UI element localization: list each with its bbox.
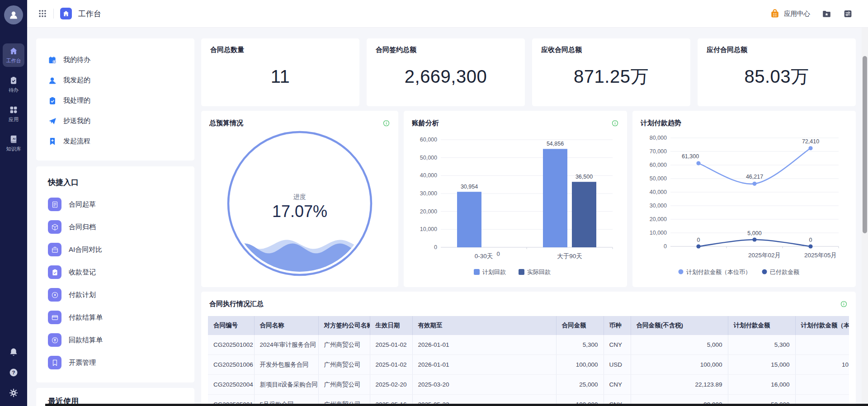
avatar[interactable] bbox=[4, 5, 23, 24]
home-icon bbox=[9, 47, 18, 56]
shortcut-收款登记[interactable]: 收款登记 bbox=[36, 261, 194, 283]
rail-item-label: 工作台 bbox=[6, 57, 21, 64]
svg-text:0: 0 bbox=[664, 243, 667, 250]
menu-item-label: 抄送我的 bbox=[63, 117, 90, 125]
table-cell: 10 bbox=[795, 355, 849, 375]
svg-text:70,000: 70,000 bbox=[650, 148, 667, 155]
table-cell: 广州商贸公司 bbox=[318, 355, 370, 375]
column-header-合同名称: 合同名称 bbox=[254, 316, 318, 335]
clipboard-check-icon bbox=[9, 76, 18, 85]
table-cell: 新项目it设备采购合同 bbox=[254, 375, 318, 395]
shortcut-合同归档[interactable]: 合同归档 bbox=[36, 216, 194, 238]
table-cell: 5,300 bbox=[728, 335, 795, 355]
vertical-scrollbar-track[interactable] bbox=[862, 27, 868, 406]
app-grid-icon[interactable] bbox=[38, 9, 47, 18]
table-cell: 2024年审计服务合同 bbox=[254, 335, 318, 355]
menu-item-发起流程[interactable]: 发起流程 bbox=[36, 131, 194, 151]
notifications-bell-icon[interactable] bbox=[9, 347, 19, 357]
shortcut-合同起草[interactable]: 合同起草 bbox=[36, 193, 194, 216]
rail-nav: 工作台 待办 应用AI 知识库 bbox=[3, 43, 24, 155]
info-icon[interactable] bbox=[382, 119, 390, 127]
app-center-button[interactable]: 应用中心 bbox=[769, 8, 810, 19]
workbench-home-icon bbox=[60, 8, 72, 19]
column-header-计划付款金额（本位: 计划付款金额（本位 bbox=[795, 316, 849, 335]
svg-text:60,000: 60,000 bbox=[650, 162, 667, 168]
stat-card-应收合同总额: 应收合同总额 871.25万 bbox=[532, 38, 690, 106]
shortcut-label: 开票管理 bbox=[69, 359, 96, 367]
svg-text:AI: AI bbox=[13, 137, 16, 140]
svg-text:0: 0 bbox=[434, 244, 437, 250]
svg-text:0: 0 bbox=[697, 237, 700, 243]
rail-item-待办[interactable]: 待办 bbox=[3, 73, 24, 96]
briefcase-icon bbox=[48, 243, 61, 256]
preferences-sliders-icon[interactable] bbox=[843, 9, 853, 19]
aging-analysis-card: 账龄分析 010,00020,00030,00040,00050,00060,0… bbox=[404, 111, 627, 287]
help-icon[interactable]: ? bbox=[9, 368, 19, 378]
menu-item-label: 发起流程 bbox=[63, 137, 90, 146]
menu-item-我处理的[interactable]: 我处理的 bbox=[36, 90, 194, 111]
box-icon bbox=[48, 220, 61, 234]
svg-text:36,500: 36,500 bbox=[576, 174, 593, 180]
svg-text:50,000: 50,000 bbox=[650, 175, 667, 182]
shortcut-开票管理[interactable]: 开票管理 bbox=[36, 351, 194, 374]
table-cell bbox=[795, 375, 849, 395]
horizontal-scrollbar[interactable] bbox=[45, 404, 868, 406]
shortcut-label: 合同起草 bbox=[69, 200, 96, 209]
svg-text:?: ? bbox=[12, 370, 15, 375]
divider bbox=[53, 9, 54, 19]
stat-card-应付合同总额: 应付合同总额 85.03万 bbox=[698, 38, 856, 106]
left-nav-rail: 工作台 待办 应用AI 知识库 ? bbox=[0, 0, 27, 406]
shortcut-回款结算单[interactable]: 回款结算单 bbox=[36, 329, 194, 351]
stat-label: 应付合同总额 bbox=[707, 46, 847, 54]
table-cell: 25,000 bbox=[556, 375, 604, 395]
shortcut-AI合同对比[interactable]: AI合同对比 bbox=[36, 238, 194, 261]
svg-text:61,300: 61,300 bbox=[682, 153, 699, 160]
bookmark-plus-icon bbox=[48, 137, 57, 146]
svg-text:大于90天: 大于90天 bbox=[557, 253, 582, 260]
svg-text:20,000: 20,000 bbox=[650, 216, 667, 222]
app-center-label: 应用中心 bbox=[784, 9, 810, 18]
favorites-folder-icon[interactable] bbox=[822, 9, 831, 19]
table-cell: 5,300 bbox=[556, 335, 604, 355]
shortcut-label: AI合同对比 bbox=[69, 245, 102, 254]
rail-item-应用[interactable]: 应用 bbox=[3, 102, 24, 126]
rail-item-知识库[interactable]: AI 知识库 bbox=[3, 132, 24, 155]
shortcut-付款结算单[interactable]: 付款结算单 bbox=[36, 306, 194, 329]
table-cell: 100,000 bbox=[631, 355, 728, 375]
settings-gear-icon[interactable] bbox=[9, 388, 19, 398]
shortcut-label: 回款结算单 bbox=[69, 336, 103, 345]
svg-text:实际回款: 实际回款 bbox=[527, 269, 551, 275]
shortcut-label: 收款登记 bbox=[69, 268, 96, 277]
table-row[interactable]: CG202501006开发外包服务合同广州商贸公司2025-01-022026-… bbox=[208, 355, 849, 375]
table-row[interactable]: CG202502004新项目it设备采购合同广州商贸公司2025-02-2020… bbox=[208, 375, 849, 395]
info-icon[interactable] bbox=[840, 300, 848, 308]
svg-text:计划付款金额（本位币）: 计划付款金额（本位币） bbox=[686, 269, 751, 275]
table-cell: 开发外包服务合同 bbox=[254, 355, 318, 375]
stat-label: 合同总数量 bbox=[210, 46, 350, 54]
column-header-计划付款金额: 计划付款金额 bbox=[728, 316, 795, 335]
vertical-scrollbar-thumb[interactable] bbox=[863, 56, 867, 233]
rail-item-工作台[interactable]: 工作台 bbox=[3, 43, 24, 67]
svg-text:5,000: 5,000 bbox=[747, 230, 761, 236]
menu-item-我发起的[interactable]: 我发起的 bbox=[36, 70, 194, 90]
table-cell: 16,000 bbox=[728, 375, 795, 395]
info-icon[interactable] bbox=[611, 119, 619, 127]
stats-row: 合同总数量 11合同签约总额 2,669,300应收合同总额 871.25万应付… bbox=[201, 38, 856, 106]
shortcut-付款计划[interactable]: ¥ 付款计划 bbox=[36, 283, 194, 306]
menu-item-抄送我的[interactable]: 抄送我的 bbox=[36, 111, 194, 131]
menu-item-label: 我发起的 bbox=[63, 76, 90, 85]
payment-trend-title: 计划付款趋势 bbox=[641, 119, 681, 127]
table-row[interactable]: CG2025010022024年审计服务合同广州商贸公司2025-01-0220… bbox=[208, 335, 849, 355]
table-cell: 2025-01-02 bbox=[370, 335, 412, 355]
menu-item-label: 我处理的 bbox=[63, 96, 90, 105]
svg-text:72,410: 72,410 bbox=[802, 138, 819, 145]
person-icon bbox=[48, 76, 57, 85]
table-cell: 2026-01-01 bbox=[412, 335, 556, 355]
stat-value: 871.25万 bbox=[541, 54, 681, 99]
table-cell: CNY bbox=[604, 335, 631, 355]
rail-item-label: 待办 bbox=[9, 87, 19, 94]
table-cell: 2025-02-20 bbox=[370, 375, 412, 395]
svg-text:54,856: 54,856 bbox=[547, 141, 564, 147]
menu-item-我的待办[interactable]: 我的待办 bbox=[36, 50, 194, 70]
table-cell: CG202501002 bbox=[208, 335, 254, 355]
